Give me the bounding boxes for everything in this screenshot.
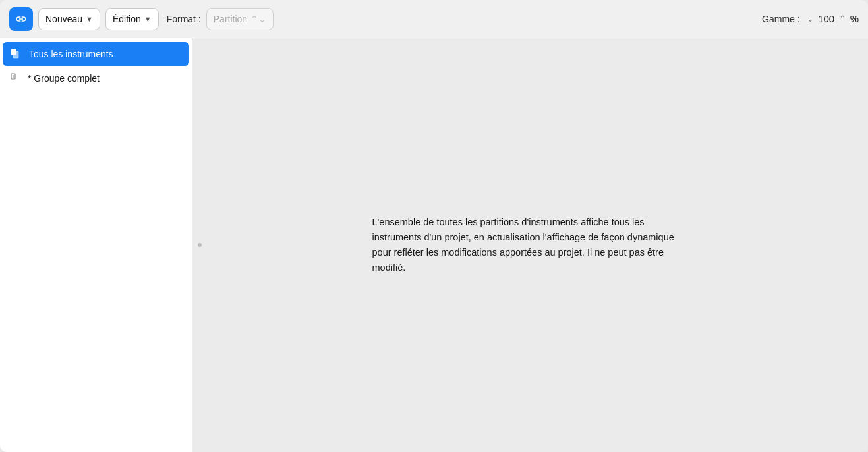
content-dot bbox=[198, 243, 202, 247]
link-icon bbox=[15, 13, 27, 25]
sidebar-item-groupe-complet[interactable]: * Groupe complet bbox=[3, 67, 189, 90]
sidebar: Tous les instruments * Groupe complet bbox=[0, 38, 192, 452]
link-button[interactable] bbox=[9, 7, 33, 31]
partition-button[interactable]: Partition ⌃⌄ bbox=[206, 8, 274, 30]
svg-rect-1 bbox=[13, 51, 18, 58]
content-description: L'ensemble de toutes les partitions d'in… bbox=[372, 215, 689, 276]
partition-chevron-icon: ⌃⌄ bbox=[250, 14, 266, 24]
toolbar-right: Gamme : ⌄ 100 ⌃ % bbox=[762, 13, 859, 24]
sidebar-item-groupe-label: * Groupe complet bbox=[28, 73, 100, 84]
gamme-percent: % bbox=[850, 13, 859, 24]
partition-label: Partition bbox=[214, 14, 247, 24]
gamme-down-arrow[interactable]: ⌄ bbox=[807, 14, 814, 24]
sidebar-item-tous-les-instruments[interactable]: Tous les instruments bbox=[3, 42, 189, 66]
nouveau-label: Nouveau bbox=[45, 14, 82, 24]
gamme-controls: ⌄ 100 ⌃ bbox=[807, 13, 846, 24]
gamme-up-arrow[interactable]: ⌃ bbox=[839, 14, 846, 24]
gamme-value: 100 bbox=[817, 13, 836, 24]
toolbar-left: Nouveau ▼ Édition ▼ Format : Partition ⌃… bbox=[9, 7, 757, 31]
main-area: Tous les instruments * Groupe complet L'… bbox=[0, 38, 868, 452]
nouveau-button[interactable]: Nouveau ▼ bbox=[38, 8, 100, 30]
content-area: L'ensemble de toutes les partitions d'in… bbox=[192, 38, 868, 452]
edition-button[interactable]: Édition ▼ bbox=[105, 8, 159, 30]
toolbar: Nouveau ▼ Édition ▼ Format : Partition ⌃… bbox=[0, 0, 868, 38]
sidebar-item-tous-label: Tous les instruments bbox=[29, 49, 113, 59]
instruments-icon bbox=[11, 47, 24, 61]
group-icon bbox=[11, 72, 22, 84]
svg-rect-2 bbox=[11, 74, 15, 79]
gamme-label: Gamme : bbox=[762, 14, 800, 24]
format-label: Format : bbox=[167, 14, 201, 24]
nouveau-chevron-icon: ▼ bbox=[86, 15, 93, 23]
edition-label: Édition bbox=[113, 14, 141, 24]
edition-chevron-icon: ▼ bbox=[144, 15, 152, 23]
